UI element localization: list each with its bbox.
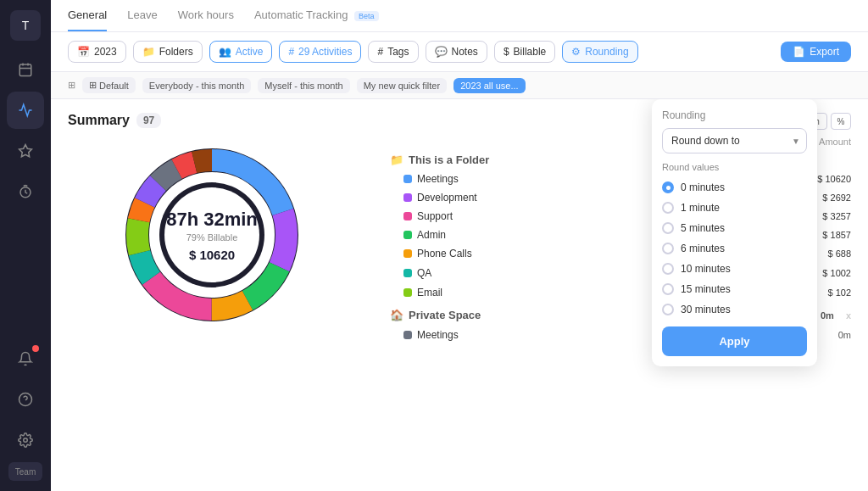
radio-unchecked [662,283,674,295]
billable-icon: $ [504,46,509,58]
active-button[interactable]: 👥 Active [209,41,273,63]
round-down-select-wrapper: Round down to ▼ [662,128,807,153]
filter-default-icon: ⊞ [89,80,97,91]
sidebar-item-calendar[interactable] [7,51,44,88]
activity-color [403,231,412,239]
activity-color [403,212,412,220]
filter-icon: ⊞ [68,80,75,91]
apply-button[interactable]: Apply [662,326,807,356]
svg-point-7 [24,438,28,443]
folders-button[interactable]: 📁 Folders [133,41,203,63]
content-area: Summary 97 [51,99,868,491]
round-down-select[interactable]: Round down to [662,128,807,153]
beta-badge: Beta [354,11,379,21]
activity-color [403,249,412,258]
radio-label: 30 minutes [681,304,731,315]
activity-color [403,288,412,297]
radio-option-1min[interactable]: 1 minute [662,198,807,218]
folder-icon: 📁 [390,153,403,166]
radio-unchecked [662,243,674,254]
app-logo: T [10,10,41,41]
svg-rect-0 [19,64,31,76]
tab-work-hours[interactable]: Work hours [178,8,234,31]
users-icon: 👥 [219,46,231,58]
team-badge[interactable]: Team [8,462,42,481]
activity-color [403,331,412,339]
tag-icon: # [377,46,383,58]
activity-color [403,175,412,183]
activities-button[interactable]: # 29 Activities [279,41,361,63]
billable-button[interactable]: $ Billable [494,41,555,63]
donut-amount: $ 10620 [166,248,258,262]
year-button[interactable]: 📅 2023 [68,41,126,63]
summary-count: 97 [136,113,161,128]
filter-default[interactable]: ⊞ Default [82,77,136,93]
radio-checked [662,181,674,193]
export-icon: 📄 [793,46,805,58]
sidebar: T Team [0,0,51,491]
radio-unchecked [662,304,674,315]
tab-automatic-tracking[interactable]: Automatic Tracking Beta [254,8,379,31]
home-icon: 🏠 [390,309,403,321]
radio-option-15min[interactable]: 15 minutes [662,279,807,299]
activity-color [403,193,412,202]
sidebar-item-settings[interactable] [7,421,44,459]
sidebar-item-timer[interactable] [7,173,44,210]
radio-unchecked [662,202,674,214]
radio-unchecked [662,263,674,275]
export-button[interactable]: 📄 Export [781,42,851,62]
radio-option-5min[interactable]: 5 minutes [662,218,807,238]
left-panel: Summary 97 [51,99,373,491]
tab-leave[interactable]: Leave [127,8,157,31]
radio-label: 1 minute [681,202,720,214]
main-content: General Leave Work hours Automatic Track… [51,0,868,491]
radio-label: 15 minutes [681,283,731,295]
notification-badge [32,345,39,352]
tags-button[interactable]: # Tags [368,41,418,63]
rounding-popup-title: Rounding [662,109,807,121]
top-navigation: General Leave Work hours Automatic Track… [51,0,868,32]
radio-option-0min[interactable]: 0 minutes [662,177,807,198]
toolbar: 📅 2023 📁 Folders 👥 Active # 29 Activitie… [51,32,868,72]
round-values-label: Round values [662,162,807,172]
sidebar-item-insights[interactable] [7,92,44,129]
filter-myself[interactable]: Myself - this month [258,78,349,93]
summary-title-text: Summary [68,113,130,128]
sidebar-item-pin[interactable] [7,132,44,170]
filter-2023[interactable]: 2023 all use... [453,78,526,93]
donut-center: 87h 32min 79% Billable $ 10620 [166,209,258,262]
summary-header: Summary 97 [68,113,356,128]
tab-general[interactable]: General [68,8,107,31]
radio-option-10min[interactable]: 10 minutes [662,259,807,279]
percent-btn[interactable]: % [831,113,851,130]
donut-chart: 87h 32min 79% Billable $ 10620 [119,142,305,328]
activity-color [403,269,412,277]
sidebar-item-notifications[interactable] [7,340,44,377]
filter-bar: ⊞ ⊞ Default Everybody - this month Mysel… [51,72,868,99]
sidebar-item-help[interactable] [7,381,44,418]
rounding-popup: ➜ Rounding Round down to ▼ Round values … [652,99,817,366]
notes-button[interactable]: 💬 Notes [426,41,487,63]
radio-label: 6 minutes [681,243,725,254]
calendar-icon: 📅 [77,46,90,58]
donut-billable: 79% Billable [166,232,258,243]
radio-label: 5 minutes [681,222,725,234]
radio-option-30min[interactable]: 30 minutes [662,299,807,320]
hash-icon: # [288,46,294,58]
rounding-icon: ⚙ [571,46,581,58]
rounding-button[interactable]: ⚙ Rounding [562,41,637,63]
filter-everybody[interactable]: Everybody - this month [142,78,252,93]
filter-my-new[interactable]: My new quick filter [357,78,447,93]
donut-time: 87h 32min [166,209,258,231]
radio-unchecked [662,222,674,234]
radio-label: 10 minutes [681,263,731,275]
radio-option-6min[interactable]: 6 minutes [662,238,807,259]
folder-icon: 📁 [142,46,155,58]
radio-label: 0 minutes [681,181,725,193]
notes-icon: 💬 [435,46,448,58]
